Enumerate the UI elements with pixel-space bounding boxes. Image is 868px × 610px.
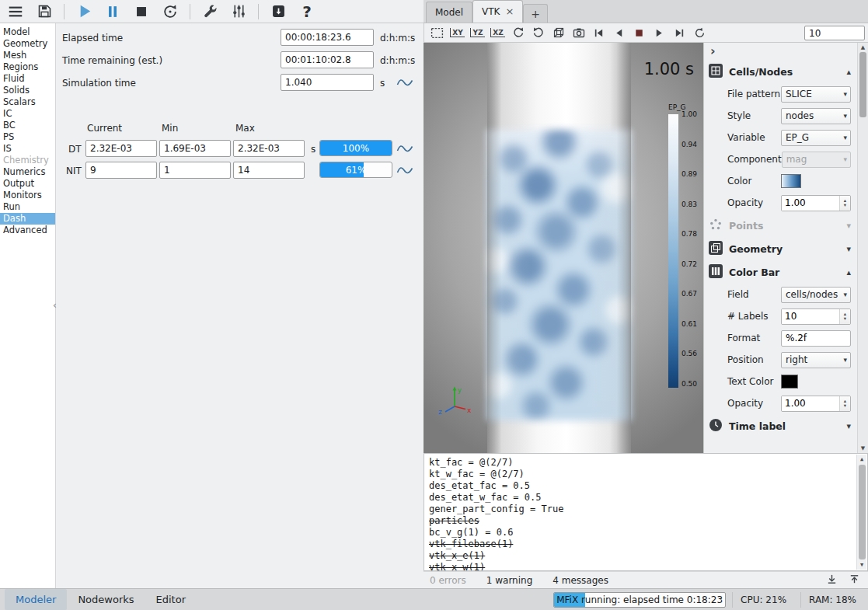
nit-current-field[interactable] <box>85 162 157 179</box>
tab-editor[interactable]: Editor <box>145 589 197 610</box>
spin-arrows[interactable]: ▴▾ <box>839 396 850 411</box>
sidebar-item-advanced[interactable]: Advanced <box>0 225 55 236</box>
camera-icon[interactable] <box>571 26 586 40</box>
tab-modeler[interactable]: Modeler <box>5 589 67 610</box>
scroll-down-icon[interactable]: ▼ <box>858 445 868 451</box>
sparkline-icon[interactable] <box>396 142 413 155</box>
sidebar-item-numerics[interactable]: Numerics <box>0 166 55 178</box>
color-map-swatch[interactable] <box>781 174 801 188</box>
section-color-bar[interactable]: Color Bar ▴ <box>704 260 857 284</box>
section-cells-nodes[interactable]: Cells/Nodes ▴ <box>704 60 857 83</box>
reset-icon[interactable] <box>161 2 180 21</box>
rotate-right-icon[interactable] <box>531 26 546 40</box>
previous-frame-icon[interactable] <box>612 26 626 40</box>
output-console[interactable]: kt_fac = @(2/7) kt_w_fac = @(2/7) des_et… <box>424 453 868 571</box>
sidebar-item-monitors[interactable]: Monitors <box>0 190 55 201</box>
rotate-left-icon[interactable] <box>511 26 525 40</box>
sidebar-item-fluid[interactable]: Fluid <box>0 73 55 85</box>
scroll-down-icon[interactable]: ▼ <box>857 562 866 568</box>
style-select[interactable]: nodes ▾ <box>781 108 851 124</box>
view-xz-icon[interactable]: XZ <box>490 26 505 40</box>
scroll-up-icon[interactable]: ▲ <box>858 44 868 51</box>
stop-icon[interactable] <box>132 2 151 21</box>
warnings-count[interactable]: 1 warning <box>486 575 533 586</box>
sliders-icon[interactable] <box>229 2 248 21</box>
opacity-spinbox[interactable]: ▴▾ <box>781 195 851 211</box>
section-time-label[interactable]: Time label ▾ <box>704 414 857 437</box>
sidebar-item-ic[interactable]: IC <box>0 108 55 120</box>
splitter-handle[interactable]: ‹ <box>53 300 61 315</box>
perspective-icon[interactable] <box>551 26 566 40</box>
stop-playback-icon[interactable] <box>632 26 647 40</box>
scrollbar-handle[interactable] <box>859 52 866 117</box>
format-input[interactable] <box>781 330 851 347</box>
sparkline-icon[interactable] <box>396 164 413 176</box>
opacity-value[interactable] <box>782 196 839 211</box>
section-points[interactable]: Points ▾ <box>704 214 857 237</box>
nit-min-field[interactable] <box>159 162 231 179</box>
menu-icon[interactable] <box>6 2 25 21</box>
num-labels-value[interactable] <box>782 309 839 324</box>
console-scrollbar[interactable]: ▲ ▼ <box>856 455 866 570</box>
view-yz-icon[interactable]: YZ <box>470 26 485 40</box>
pause-icon[interactable] <box>103 2 122 21</box>
settings-scrollbar[interactable]: ▲ ▼ <box>857 43 868 453</box>
colorbar-field-select[interactable]: cells/nodes ▾ <box>781 287 851 303</box>
collapse-arrow-icon[interactable]: ▾ <box>846 244 851 254</box>
spin-arrows[interactable]: ▴▾ <box>839 309 850 324</box>
view-xy-icon[interactable]: XY <box>450 26 465 40</box>
spin-arrows[interactable]: ▴▾ <box>839 196 850 211</box>
scroll-up-icon[interactable]: ▲ <box>857 456 866 462</box>
colorbar-opacity-spinbox[interactable]: ▴▾ <box>781 396 851 412</box>
elapsed-time-field[interactable] <box>281 29 374 46</box>
dt-current-field[interactable] <box>85 140 157 157</box>
sidebar-item-geometry[interactable]: Geometry <box>0 38 55 50</box>
dt-min-field[interactable] <box>159 140 231 157</box>
tab-nodeworks[interactable]: Nodeworks <box>67 589 145 610</box>
variable-select[interactable]: EP_G ▾ <box>781 130 851 146</box>
tab-model[interactable]: Model <box>426 2 472 23</box>
num-labels-spinbox[interactable]: ▴▾ <box>781 308 851 325</box>
collapse-arrow-icon[interactable]: ▾ <box>846 221 851 231</box>
sidebar-item-bc[interactable]: BC <box>0 120 55 131</box>
tab-vtk[interactable]: VTK × <box>472 0 523 23</box>
position-select[interactable]: right ▾ <box>781 352 851 368</box>
errors-count[interactable]: 0 errors <box>430 575 466 586</box>
loop-icon[interactable] <box>692 26 707 40</box>
scrollbar-handle[interactable] <box>859 465 866 559</box>
close-icon[interactable]: × <box>505 8 514 16</box>
sidebar-item-model[interactable]: Model <box>0 26 55 38</box>
vtk-render-view[interactable]: 1.00 s EP_G 1.00 0.94 0.89 0.83 0.78 0.7… <box>424 43 703 453</box>
file-pattern-select[interactable]: SLICE ▾ <box>781 86 851 103</box>
collapse-arrow-icon[interactable]: ▾ <box>846 421 851 431</box>
collapse-arrow-icon[interactable]: ▴ <box>846 267 851 277</box>
last-frame-icon[interactable] <box>672 26 687 40</box>
collapse-arrow-icon[interactable]: ▴ <box>846 67 851 77</box>
section-geometry[interactable]: Geometry ▾ <box>704 237 857 260</box>
dt-max-field[interactable] <box>233 140 305 157</box>
sidebar-item-solids[interactable]: Solids <box>0 85 55 96</box>
text-color-swatch[interactable] <box>781 375 798 389</box>
jump-to-top-icon[interactable] <box>849 573 860 587</box>
wrench-icon[interactable] <box>200 2 219 21</box>
messages-count[interactable]: 4 messages <box>553 575 608 586</box>
download-box-icon[interactable] <box>269 2 288 21</box>
sidebar-item-regions[interactable]: Regions <box>0 61 55 73</box>
sidebar-item-run[interactable]: Run <box>0 201 55 213</box>
play-icon[interactable] <box>75 2 93 21</box>
sidebar-item-ps[interactable]: PS <box>0 131 55 143</box>
help-icon[interactable]: ? <box>298 2 316 21</box>
tab-add[interactable]: + <box>523 4 548 23</box>
nit-max-field[interactable] <box>233 162 305 179</box>
sidebar-item-scalars[interactable]: Scalars <box>0 96 55 108</box>
time-remaining-field[interactable] <box>281 51 374 68</box>
sidebar-item-is[interactable]: IS <box>0 143 55 155</box>
vtk-frame-input[interactable] <box>804 26 865 40</box>
sidebar-item-mesh[interactable]: Mesh <box>0 50 55 61</box>
sidebar-item-dash[interactable]: Dash <box>0 213 55 225</box>
sidebar-item-output[interactable]: Output <box>0 178 55 190</box>
sparkline-icon[interactable] <box>396 76 413 89</box>
simulation-time-field[interactable] <box>281 74 374 91</box>
save-icon[interactable] <box>35 2 54 21</box>
colorbar-opacity-value[interactable] <box>782 396 839 411</box>
